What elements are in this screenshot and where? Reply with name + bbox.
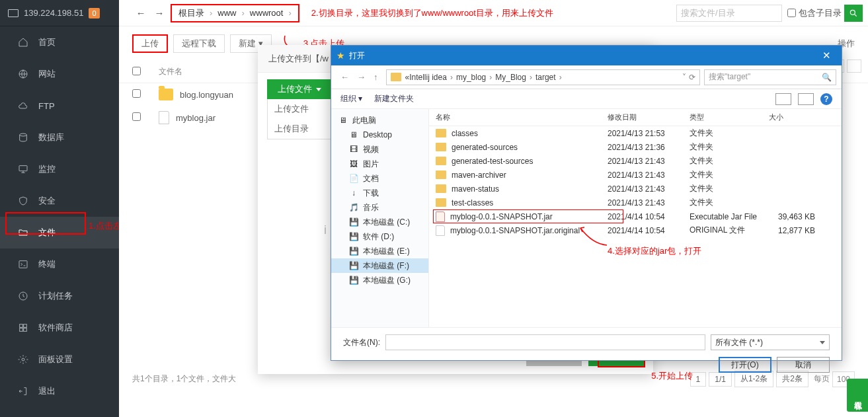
upload-button[interactable]: 上传 xyxy=(132,34,168,53)
refresh-icon[interactable]: ⟳ xyxy=(689,73,695,82)
notify-badge[interactable]: 0 xyxy=(89,8,99,19)
col-date[interactable]: 修改日期 xyxy=(608,112,690,122)
tree-item[interactable]: ↓下载 xyxy=(331,186,428,200)
breadcrumb[interactable]: 根目录›www›wwwroot› xyxy=(171,4,299,22)
path-seg[interactable]: target xyxy=(535,73,556,82)
column-name[interactable]: 文件名 xyxy=(159,66,182,77)
sidebar-item-logout[interactable]: 退出 xyxy=(0,375,119,407)
tree-item[interactable]: 💾软件 (D:) xyxy=(331,229,428,244)
float-help-button[interactable]: 在线客服 xyxy=(847,379,868,412)
upload-option-file[interactable]: 上传文件 xyxy=(268,99,331,119)
cancel-button[interactable]: 取消 xyxy=(777,357,830,373)
tree-item[interactable]: 🖥此电脑 xyxy=(331,113,428,128)
sidebar-item-clock[interactable]: 计划任务 xyxy=(0,280,119,312)
list-row[interactable]: test-classes2021/4/13 21:43文件夹 xyxy=(429,196,842,209)
preview-icon[interactable] xyxy=(798,93,814,105)
help-icon[interactable]: ? xyxy=(820,93,832,105)
svg-line-11 xyxy=(855,14,857,16)
vid-icon: 🎞 xyxy=(348,145,359,154)
sidebar-item-db[interactable]: 数据库 xyxy=(0,122,119,153)
search-icon: 🔍 xyxy=(822,73,832,82)
row-name: maven-status xyxy=(452,184,499,194)
tree-item[interactable]: 🖼图片 xyxy=(331,157,428,171)
tree-item[interactable]: 🎵音乐 xyxy=(331,200,428,215)
remote-download-button[interactable]: 远程下载 xyxy=(173,34,225,53)
grid-view-icon[interactable] xyxy=(847,59,861,73)
breadcrumb-seg[interactable]: 根目录 xyxy=(176,7,207,19)
breadcrumb-seg[interactable]: wwwroot xyxy=(247,8,286,18)
path-seg[interactable]: Intellij idea xyxy=(409,73,447,82)
col-type[interactable]: 类型 xyxy=(690,112,769,122)
svg-point-10 xyxy=(850,10,855,15)
dialog-search-input[interactable]: 搜索"target"🔍 xyxy=(704,69,836,85)
sidebar-item-grid[interactable]: 软件商店 xyxy=(0,312,119,344)
col-name[interactable]: 名称 xyxy=(429,112,608,122)
chevron-right-icon: › xyxy=(526,73,535,82)
list-row[interactable]: classes2021/4/13 21:53文件夹 xyxy=(429,126,842,140)
svg-rect-5 xyxy=(20,324,23,328)
tree-item[interactable]: 📄文档 xyxy=(331,171,428,186)
tree-item[interactable]: 💾本地磁盘 (F:) xyxy=(331,258,428,273)
sidebar-item-cloud[interactable]: FTP xyxy=(0,90,119,122)
sidebar-item-label: 计划任务 xyxy=(38,290,73,302)
pc-icon: 🖥 xyxy=(338,116,348,125)
close-icon[interactable]: ✕ xyxy=(817,50,836,61)
nav-forward-icon[interactable]: → xyxy=(353,72,370,82)
filename-input[interactable] xyxy=(385,334,705,350)
open-button[interactable]: 打开(O) xyxy=(719,357,771,373)
sidebar-item-home[interactable]: 首页 xyxy=(0,26,119,58)
path-bar[interactable]: « Intellij idea›my_blog›My_Blog›target› … xyxy=(386,69,701,85)
upload-option-dir[interactable]: 上传目录 xyxy=(268,119,331,139)
tree-item[interactable]: 🖥Desktop xyxy=(331,128,428,142)
sidebar-item-monitor[interactable]: 监控 xyxy=(0,153,119,185)
col-size[interactable]: 大小 xyxy=(769,112,822,122)
dropdown-icon[interactable]: ˅ xyxy=(682,73,686,82)
tree-item[interactable]: 💾本地磁盘 (G:) xyxy=(331,273,428,287)
tree-item[interactable]: 💾本地磁盘 (C:) xyxy=(331,215,428,229)
sidebar-item-label: 面板设置 xyxy=(38,354,73,365)
list-row[interactable]: myblog-0.0.1-SNAPSHOT.jar.original2021/4… xyxy=(429,223,842,237)
search-button[interactable] xyxy=(844,5,863,22)
search-input[interactable]: 搜索文件/目录 xyxy=(676,5,782,22)
sidebar-item-label: 终端 xyxy=(38,258,56,270)
filter-select[interactable]: 所有文件 (*.*) xyxy=(711,334,830,350)
tree-item[interactable]: 🎞视频 xyxy=(331,142,428,157)
list-row[interactable]: generated-test-sources2021/4/13 21:43文件夹 xyxy=(429,154,842,168)
breadcrumb-seg[interactable]: www xyxy=(215,8,239,18)
row-checkbox[interactable] xyxy=(132,112,141,121)
sidebar-item-terminal[interactable]: 终端 xyxy=(0,248,119,280)
nav-forward[interactable]: → xyxy=(151,5,168,22)
tree-item[interactable]: 💾本地磁盘 (E:) xyxy=(331,244,428,258)
list-row[interactable]: maven-archiver2021/4/13 21:43文件夹 xyxy=(429,168,842,182)
svg-rect-7 xyxy=(20,328,23,332)
row-name: myblog-0.0.1-SNAPSHOT.jar.original xyxy=(450,226,580,235)
new-folder-button[interactable]: 新建文件夹 xyxy=(374,93,414,104)
sidebar-item-label: 软件商店 xyxy=(38,322,73,334)
include-subdir-checkbox[interactable]: 包含子目录 xyxy=(787,7,842,19)
row-icon xyxy=(436,225,445,236)
row-type: 文件夹 xyxy=(690,141,769,153)
upload-type-dropdown: 上传文件 上传目录 xyxy=(267,99,332,139)
sidebar-item-globe[interactable]: 网站 xyxy=(0,58,119,90)
pic-icon: 🖼 xyxy=(348,159,359,169)
view-icon[interactable] xyxy=(775,93,791,105)
home-icon xyxy=(17,36,29,48)
row-type: 文件夹 xyxy=(690,155,769,167)
annotation-4: 4.选择对应的jar包，打开 xyxy=(608,245,701,257)
disk-icon: 💾 xyxy=(348,261,359,270)
sidebar-item-label: FTP xyxy=(38,101,55,111)
organize-button[interactable]: 组织 ▾ xyxy=(340,93,362,104)
sidebar-item-gear[interactable]: 面板设置 xyxy=(0,344,119,375)
nav-back-icon[interactable]: ← xyxy=(336,72,353,82)
nav-up-icon[interactable]: ↑ xyxy=(370,72,382,82)
nav-back[interactable]: ← xyxy=(132,5,149,22)
dialog-titlebar[interactable]: ★ 打开 ✕ xyxy=(331,46,842,65)
row-icon xyxy=(436,129,446,137)
path-seg[interactable]: my_blog xyxy=(456,73,486,82)
upload-type-select[interactable]: 上传文件 xyxy=(267,79,332,99)
row-checkbox[interactable] xyxy=(132,89,141,98)
list-row[interactable]: generated-sources2021/4/13 21:36文件夹 xyxy=(429,140,842,154)
select-all-checkbox[interactable] xyxy=(132,67,141,75)
list-row[interactable]: maven-status2021/4/13 21:43文件夹 xyxy=(429,182,842,196)
path-seg[interactable]: My_Blog xyxy=(495,73,526,82)
